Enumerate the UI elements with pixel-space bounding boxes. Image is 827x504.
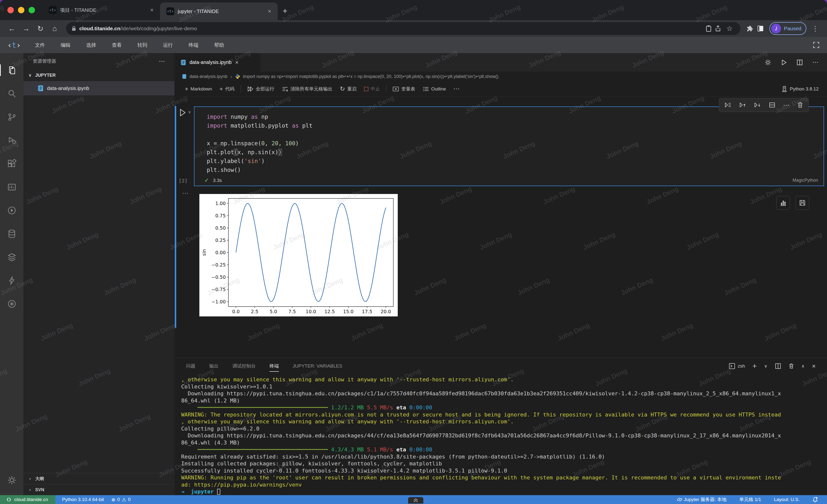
panel-tab[interactable]: 调试控制台 (232, 358, 256, 374)
sidebar-section-outline[interactable]: › 大纲 (23, 473, 175, 484)
remote-indicator[interactable]: cloud.titanide.cn (0, 495, 55, 504)
execute-cells-icon[interactable] (725, 102, 731, 108)
sidebar-section-jupyter[interactable]: ∨ JUPYTER (23, 69, 175, 81)
menu-item[interactable]: 运行 (155, 42, 181, 48)
search-icon[interactable] (0, 82, 23, 105)
breadcrumb-code[interactable]: import numpy as np↵import matplotlib.pyp… (243, 74, 498, 79)
run-above-icon[interactable] (739, 102, 746, 108)
address-bar[interactable]: cloud.titanide.cn/ide/web/coding/jupyter… (66, 22, 740, 35)
panel-tab[interactable]: 问题 (186, 358, 195, 374)
clear-outputs-button[interactable]: 清除所有单元格输出 (278, 86, 336, 92)
tab-close-icon[interactable]: × (268, 8, 271, 15)
run-debug-icon[interactable] (0, 128, 23, 152)
jupyter-server-indicator[interactable]: Jupyter 服务器: 本地 (673, 496, 730, 503)
open-plot-viewer-button[interactable] (776, 196, 790, 210)
cell-more-icon[interactable]: ⋯ (783, 102, 789, 109)
problems-indicator[interactable]: ⊗ 0 ⚠ 0 (107, 497, 134, 503)
editor-more-icon[interactable]: ⋯ (812, 58, 819, 66)
browser-tab-project[interactable]: ‹t› 项目 - TITANIDE × (42, 0, 160, 20)
home-icon[interactable]: ⌂ (49, 24, 60, 33)
browser-menu-icon[interactable]: ⋮ (810, 24, 821, 33)
window-close-button[interactable] (7, 7, 14, 13)
side-panel-icon[interactable] (757, 25, 764, 32)
cell-indicator[interactable]: 单元格 1/1 (736, 496, 765, 503)
menu-item[interactable]: 编辑 (53, 42, 78, 48)
menu-item[interactable]: 终端 (181, 42, 206, 48)
sidebar-section-svn[interactable]: › SVN (23, 484, 175, 495)
terminal-output[interactable]: , otherwise you may silence this warning… (175, 374, 827, 495)
database-icon[interactable] (0, 222, 23, 245)
new-tab-button[interactable]: + (278, 6, 294, 20)
add-code-button[interactable]: +代码 (216, 86, 238, 93)
preview-board-icon[interactable] (0, 175, 23, 199)
close-panel-icon[interactable]: × (812, 362, 816, 370)
clipboard-icon[interactable] (706, 25, 712, 32)
split-editor-icon[interactable] (796, 59, 803, 66)
sidebar-item-notebook[interactable]: data-analysis.ipynb (23, 81, 175, 95)
menu-item[interactable]: 查看 (104, 42, 130, 48)
menu-item[interactable]: 选择 (78, 42, 104, 48)
breadcrumb-file[interactable]: data-analysis.ipynb (190, 74, 228, 79)
back-icon[interactable]: ← (6, 24, 17, 33)
python-interpreter[interactable]: Python 3.10.4 64-bit (58, 497, 107, 502)
panel-tab[interactable]: 终端 (270, 358, 279, 374)
tab-close-icon[interactable]: × (235, 59, 239, 66)
menu-item[interactable]: 转到 (130, 42, 155, 48)
shell-selector[interactable]: zsh (729, 363, 745, 369)
browser-tab-jupyter[interactable]: ‹t› jupyter - TITANIDE × (160, 2, 278, 20)
split-cell-icon[interactable] (769, 102, 775, 108)
lightning-icon[interactable] (0, 269, 23, 292)
explorer-more-icon[interactable]: ⋯ (159, 58, 165, 65)
menu-item[interactable]: 帮助 (206, 42, 232, 48)
kill-terminal-icon[interactable] (789, 363, 794, 369)
delete-cell-icon[interactable] (797, 102, 803, 108)
code-lines[interactable]: import numpy as npimport matplotlib.pypl… (194, 107, 824, 174)
outline-button[interactable]: Outline (419, 86, 450, 92)
layers-icon[interactable] (0, 245, 23, 269)
panel-restore-notch[interactable] (408, 497, 423, 504)
run-below-icon[interactable] (754, 102, 761, 108)
run-notebook-icon[interactable] (781, 59, 787, 66)
restart-kernel-button[interactable]: ↻重启 (336, 85, 360, 93)
notifications-bell-icon[interactable] (809, 497, 822, 503)
toolbar-more-icon[interactable]: ⋯ (450, 85, 464, 93)
tab-close-icon[interactable]: × (150, 7, 154, 13)
fullscreen-icon[interactable] (813, 42, 820, 48)
run-circle-icon[interactable] (0, 199, 23, 222)
notebook-settings-gear-icon[interactable] (765, 59, 771, 66)
window-zoom-button[interactable] (29, 7, 35, 13)
extensions-icon[interactable] (0, 152, 23, 175)
maximize-panel-icon[interactable]: ∧ (801, 363, 805, 369)
reload-icon[interactable]: ↻ (35, 24, 46, 33)
add-markdown-button[interactable]: +Markdown (181, 86, 216, 93)
window-minimize-button[interactable] (18, 7, 25, 13)
kernel-picker[interactable]: Python 3.8.12 (781, 86, 821, 92)
asterisk-icon[interactable] (0, 292, 23, 316)
forward-icon[interactable]: → (21, 24, 32, 33)
source-control-icon[interactable] (0, 105, 23, 128)
interrupt-button[interactable]: 中止 (360, 86, 384, 92)
run-cell-button[interactable]: ∨ (179, 108, 191, 117)
run-options-chevron-icon[interactable]: ∨ (188, 109, 191, 115)
split-terminal-icon[interactable] (775, 363, 781, 369)
terminal-dropdown-icon[interactable]: ∨ (764, 363, 767, 369)
explorer-icon[interactable] (0, 58, 23, 82)
bookmark-star-icon[interactable]: ☆ (724, 24, 735, 33)
breadcrumb[interactable]: data-analysis.ipynb › import numpy as np… (175, 71, 827, 81)
settings-gear-icon[interactable] (0, 468, 23, 492)
language-mode[interactable]: MagicPython (792, 178, 818, 183)
output-more-icon[interactable]: ⋯ (182, 189, 189, 197)
share-icon[interactable] (715, 25, 721, 32)
run-all-button[interactable]: 全部运行 (243, 86, 278, 92)
editor-tab-notebook[interactable]: data-analysis.ipynb × (175, 53, 260, 71)
panel-tab[interactable]: 输出 (209, 358, 218, 374)
profile-button[interactable]: J Paused (769, 22, 806, 35)
keyboard-layout[interactable]: Layout: U.S. (770, 497, 804, 502)
code-cell[interactable]: import numpy as npimport matplotlib.pypl… (194, 106, 824, 186)
extensions-puzzle-icon[interactable] (746, 25, 753, 32)
new-terminal-icon[interactable]: + (752, 362, 757, 370)
menu-item[interactable]: 文件 (27, 42, 53, 48)
variables-button[interactable]: 变量表 (389, 86, 419, 92)
panel-tab[interactable]: JUPYTER: VARIABLES (293, 358, 342, 374)
save-plot-button[interactable] (795, 196, 809, 210)
